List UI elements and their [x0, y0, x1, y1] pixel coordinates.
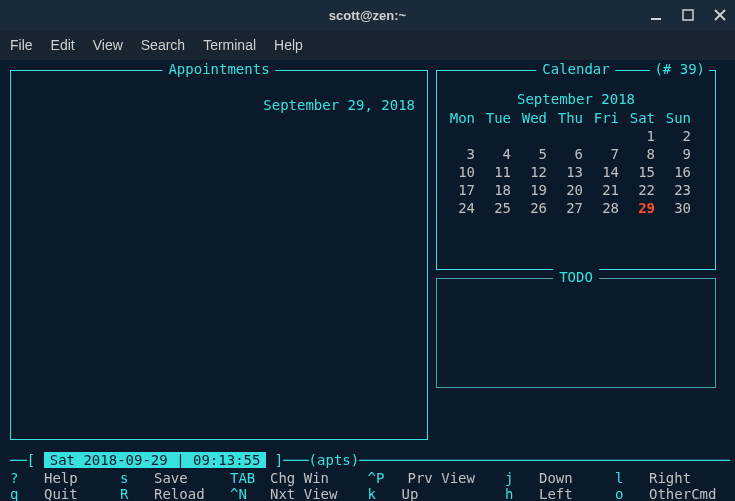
appointments-panel[interactable]: Appointments September 29, 2018 — [10, 70, 428, 440]
calendar-cell[interactable]: 25 — [481, 199, 517, 217]
help-item: oOtherCmd — [615, 486, 725, 501]
status-datetime: Sat 2018-09-29 | 09:13:55 — [44, 452, 267, 468]
calendar-cell[interactable] — [517, 127, 553, 145]
calendar-cell[interactable]: 1 — [625, 127, 661, 145]
calendar-cell[interactable]: 6 — [553, 145, 589, 163]
todo-title: TODO — [553, 269, 599, 285]
calendar-today-cell[interactable]: 29 — [625, 199, 661, 217]
calendar-week-number: (# 39) — [650, 61, 709, 77]
calendar-cell[interactable]: 2 — [661, 127, 697, 145]
help-key: l — [615, 470, 649, 486]
appointments-title: Appointments — [162, 61, 275, 77]
maximize-icon[interactable] — [681, 8, 695, 22]
calendar-cell[interactable]: 8 — [625, 145, 661, 163]
help-label: Reload — [154, 486, 205, 501]
help-item: jDown — [505, 470, 615, 486]
calendar-cell[interactable]: 9 — [661, 145, 697, 163]
calendar-cell[interactable]: 21 — [589, 181, 625, 199]
help-key: o — [615, 486, 649, 501]
minimize-icon[interactable] — [649, 8, 663, 22]
help-item: kUp — [368, 486, 506, 501]
help-bar: ?HelpsSaveTABChg Win^PPrv ViewjDownlRigh… — [10, 470, 725, 501]
help-item: ^NNxt View — [230, 486, 368, 501]
help-key: ^P — [368, 470, 408, 486]
calendar-cell[interactable]: 4 — [481, 145, 517, 163]
help-item: TABChg Win — [230, 470, 368, 486]
menu-view[interactable]: View — [93, 37, 123, 53]
calendar-title: Calendar — [536, 61, 615, 77]
calendar-grid: MonTueWedThuFriSatSun 123456789101112131… — [445, 109, 707, 217]
help-key: ? — [10, 470, 44, 486]
calendar-cell[interactable]: 3 — [445, 145, 481, 163]
calendar-day-header: Mon — [445, 109, 481, 127]
help-label: Prv View — [408, 470, 475, 486]
calendar-panel[interactable]: Calendar (# 39) September 2018 MonTueWed… — [436, 70, 716, 270]
calendar-cell[interactable]: 5 — [517, 145, 553, 163]
calendar-cell[interactable]: 22 — [625, 181, 661, 199]
calendar-day-header: Fri — [589, 109, 625, 127]
calendar-cell[interactable]: 23 — [661, 181, 697, 199]
calendar-cell[interactable]: 16 — [661, 163, 697, 181]
help-key: j — [505, 470, 539, 486]
calendar-cell[interactable] — [589, 127, 625, 145]
window-title: scott@zen:~ — [329, 8, 406, 23]
help-item: hLeft — [505, 486, 615, 501]
calendar-cell[interactable]: 14 — [589, 163, 625, 181]
help-key: R — [120, 486, 154, 501]
window-titlebar: scott@zen:~ — [0, 0, 735, 30]
status-bar: ──[ Sat 2018-09-29 | 09:13:55 ]───(apts)… — [10, 452, 725, 468]
help-item: RReload — [120, 486, 230, 501]
window-controls — [649, 8, 727, 22]
calendar-day-header: Sat — [625, 109, 661, 127]
menubar: File Edit View Search Terminal Help — [0, 30, 735, 60]
help-label: Nxt View — [270, 486, 337, 501]
calendar-day-header: Tue — [481, 109, 517, 127]
calendar-cell[interactable]: 7 — [589, 145, 625, 163]
calendar-cell[interactable]: 13 — [553, 163, 589, 181]
menu-edit[interactable]: Edit — [51, 37, 75, 53]
calendar-cell[interactable] — [553, 127, 589, 145]
menu-search[interactable]: Search — [141, 37, 185, 53]
calendar-cell[interactable]: 10 — [445, 163, 481, 181]
calendar-cell[interactable] — [445, 127, 481, 145]
help-key: s — [120, 470, 154, 486]
help-key: k — [368, 486, 402, 501]
help-item: qQuit — [10, 486, 120, 501]
calendar-cell[interactable]: 19 — [517, 181, 553, 199]
calendar-cell[interactable]: 26 — [517, 199, 553, 217]
help-item: ?Help — [10, 470, 120, 486]
todo-panel[interactable]: TODO — [436, 278, 716, 388]
help-label: OtherCmd — [649, 486, 716, 501]
calendar-month: September 2018 — [445, 91, 707, 107]
terminal-area[interactable]: Appointments September 29, 2018 Calendar… — [0, 60, 735, 501]
calendar-cell[interactable]: 27 — [553, 199, 589, 217]
menu-terminal[interactable]: Terminal — [203, 37, 256, 53]
calendar-cell[interactable]: 18 — [481, 181, 517, 199]
calendar-cell[interactable]: 11 — [481, 163, 517, 181]
help-label: Quit — [44, 486, 78, 501]
status-mode: (apts) — [309, 452, 360, 468]
help-label: Right — [649, 470, 691, 486]
help-key: h — [505, 486, 539, 501]
help-label: Left — [539, 486, 573, 501]
close-icon[interactable] — [713, 8, 727, 22]
menu-help[interactable]: Help — [274, 37, 303, 53]
help-label: Save — [154, 470, 188, 486]
svg-rect-1 — [683, 10, 693, 20]
calendar-cell[interactable]: 28 — [589, 199, 625, 217]
menu-file[interactable]: File — [10, 37, 33, 53]
help-label: Chg Win — [270, 470, 329, 486]
help-label: Up — [402, 486, 419, 501]
calendar-cell[interactable]: 20 — [553, 181, 589, 199]
calendar-cell[interactable]: 24 — [445, 199, 481, 217]
calendar-cell[interactable]: 12 — [517, 163, 553, 181]
calendar-cell[interactable]: 30 — [661, 199, 697, 217]
help-item: ^PPrv View — [368, 470, 506, 486]
help-key: TAB — [230, 470, 270, 486]
calendar-cell[interactable]: 15 — [625, 163, 661, 181]
help-key: ^N — [230, 486, 270, 501]
calendar-cell[interactable]: 17 — [445, 181, 481, 199]
calendar-cell[interactable] — [481, 127, 517, 145]
calendar-day-header: Sun — [661, 109, 697, 127]
calendar-day-header: Wed — [517, 109, 553, 127]
